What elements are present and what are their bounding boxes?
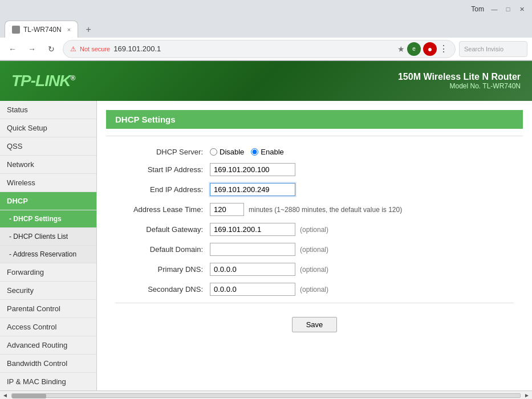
form-divider [115, 303, 514, 303]
end-ip-row: End IP Address: [106, 183, 523, 196]
address-bar: ⚠ Not secure 169.101.200.1 ★ e ● ⋮ [63, 40, 456, 58]
dhcp-enable-label: Enable [261, 148, 283, 156]
new-tab-button[interactable]: + [80, 22, 96, 38]
lease-time-note: minutes (1~2880 minutes, the default val… [249, 206, 402, 214]
back-button[interactable]: ← [5, 41, 21, 57]
dhcp-disable-label: Disable [220, 148, 244, 156]
sidebar-item-network[interactable]: Network [0, 156, 96, 174]
dhcp-server-radio-group: Disable Enable [210, 148, 284, 156]
dhcp-enable-option[interactable]: Enable [251, 148, 283, 156]
default-domain-label: Default Domain: [106, 245, 203, 254]
domain-optional: (optional) [300, 246, 328, 254]
bookmark-button[interactable]: ★ [397, 44, 405, 54]
page-header: DHCP Settings [106, 110, 523, 129]
secondary-dns-row: Secondary DNS: (optional) [106, 283, 523, 296]
form-area: DHCP Server: Disable Enable St [97, 143, 532, 351]
default-gateway-input[interactable] [210, 223, 295, 236]
save-btn-row: Save [106, 317, 523, 341]
tp-link-logo: TP-LINK® [11, 72, 75, 90]
router-info: 150M Wireless Lite N Router Model No. TL… [398, 72, 521, 90]
sidebar-item-access-control[interactable]: Access Control [0, 318, 96, 336]
page-title: DHCP Settings [115, 115, 176, 124]
sidebar-item-bandwidth-control[interactable]: Bandwidth Control [0, 355, 96, 373]
divider [106, 136, 523, 136]
browser-tab[interactable]: TL-WR740N × [5, 21, 78, 38]
end-ip-label: End IP Address: [106, 185, 203, 194]
user-name: Tom [471, 5, 484, 13]
scroll-left-button[interactable]: ◄ [0, 392, 10, 398]
start-ip-row: Start IP Address: [106, 163, 523, 176]
browser-menu-button[interactable]: ⋮ [439, 43, 448, 54]
sidebar-item-dhcp[interactable]: DHCP [0, 192, 96, 210]
security-icon: ⚠ [70, 45, 76, 53]
secondary-dns-label: Secondary DNS: [106, 285, 203, 294]
extension-button-2[interactable]: ● [423, 42, 437, 56]
lease-time-input[interactable] [210, 203, 244, 216]
start-ip-label: Start IP Address: [106, 165, 203, 174]
router-model: Model No. TL-WR740N [398, 82, 521, 90]
tab-close-button[interactable]: × [67, 26, 71, 33]
sidebar-item-security[interactable]: Security [0, 282, 96, 300]
maximize-button[interactable]: □ [503, 5, 513, 14]
default-domain-input[interactable] [210, 243, 295, 256]
scroll-thumb[interactable] [12, 394, 46, 398]
default-gateway-label: Default Gateway: [106, 225, 203, 234]
dhcp-enable-radio[interactable] [251, 148, 258, 156]
address-text[interactable]: 169.101.200.1 [113, 44, 394, 53]
close-button[interactable]: ✕ [517, 5, 526, 14]
default-domain-row: Default Domain: (optional) [106, 243, 523, 256]
primary-dns-label: Primary DNS: [106, 265, 203, 274]
dhcp-server-label: DHCP Server: [106, 148, 203, 156]
sidebar-item-status[interactable]: Status [0, 101, 96, 119]
sidebar-item-wireless[interactable]: Wireless [0, 174, 96, 192]
not-secure-label: Not secure [80, 46, 110, 52]
dhcp-disable-option[interactable]: Disable [210, 148, 244, 156]
sidebar-item-forwarding[interactable]: Forwarding [0, 263, 96, 282]
secondary-dns-optional: (optional) [300, 286, 328, 294]
scrollbar[interactable]: ◄ ► [0, 390, 532, 399]
tab-favicon [12, 26, 20, 34]
sidebar: StatusQuick SetupQSSNetworkWirelessDHCP-… [0, 101, 97, 390]
lease-time-label: Address Lease Time: [106, 205, 203, 214]
start-ip-input[interactable] [210, 163, 295, 176]
primary-dns-input[interactable] [210, 263, 295, 276]
sidebar-item-dhcp-settings[interactable]: - DHCP Settings [0, 210, 96, 228]
lease-time-row: Address Lease Time: minutes (1~2880 minu… [106, 203, 523, 216]
scroll-track[interactable] [11, 393, 521, 398]
router-name: 150M Wireless Lite N Router [398, 72, 521, 82]
dhcp-disable-radio[interactable] [210, 148, 217, 156]
app-header: TP-LINK® 150M Wireless Lite N Router Mod… [0, 61, 532, 101]
sidebar-item-qss[interactable]: QSS [0, 137, 96, 156]
sidebar-item-advanced-routing[interactable]: Advanced Routing [0, 336, 96, 355]
primary-dns-optional: (optional) [300, 266, 328, 274]
gateway-optional: (optional) [300, 226, 328, 234]
tab-title: TL-WR740N [23, 26, 62, 34]
primary-dns-row: Primary DNS: (optional) [106, 263, 523, 276]
sidebar-item-quick-setup[interactable]: Quick Setup [0, 119, 96, 137]
secondary-dns-input[interactable] [210, 283, 295, 296]
main-content: DHCP Settings DHCP Server: Disable Enabl… [97, 101, 532, 390]
reload-button[interactable]: ↻ [43, 41, 59, 57]
extension-button-1[interactable]: e [407, 42, 421, 56]
sidebar-item-address-reservation[interactable]: - Address Reservation [0, 246, 96, 263]
sidebar-item-dhcp-clients[interactable]: - DHCP Clients List [0, 228, 96, 246]
minimize-button[interactable]: — [490, 5, 499, 14]
save-button[interactable]: Save [292, 317, 338, 332]
end-ip-input[interactable] [210, 183, 295, 196]
forward-button[interactable]: → [24, 41, 40, 57]
sidebar-item-ip-mac-binding[interactable]: IP & MAC Binding [0, 373, 96, 390]
search-box-placeholder[interactable]: Search Invisio [464, 46, 503, 52]
dhcp-server-row: DHCP Server: Disable Enable [106, 148, 523, 156]
scroll-right-button[interactable]: ► [522, 392, 532, 398]
sidebar-item-parental-control[interactable]: Parental Control [0, 300, 96, 318]
default-gateway-row: Default Gateway: (optional) [106, 223, 523, 236]
